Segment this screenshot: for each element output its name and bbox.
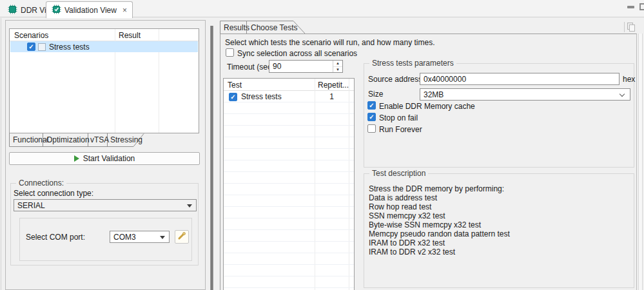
tab-functional[interactable]: Functional <box>13 135 48 144</box>
timeout-spinner[interactable]: 90 ▲ ▼ <box>269 60 343 73</box>
wand-icon <box>177 231 186 242</box>
copy-icon[interactable] <box>627 22 636 35</box>
intro-text: Select which tests the scenario will run… <box>225 38 434 47</box>
description-line: IRAM to DDR x32 test <box>369 238 630 247</box>
scenario-checkbox[interactable] <box>27 43 35 51</box>
description-line: SSN memcpy x32 test <box>369 211 630 220</box>
com-port-label: Select COM port: <box>26 233 85 242</box>
stop-on-fail-checkbox[interactable] <box>367 113 376 121</box>
scenarios-table: Scenarios Result Stress tests <box>9 28 199 133</box>
sync-selection-label: Sync selection across all scenarios <box>237 49 357 58</box>
dropdown-arrow-icon <box>187 204 192 208</box>
start-validation-label: Start Validation <box>83 154 135 163</box>
connection-type-value: SERIAL <box>17 201 45 210</box>
tab-stressing[interactable]: Stressing <box>110 135 142 144</box>
tab-label: Validation View <box>64 6 117 15</box>
tab-optimization[interactable]: Optimization <box>46 135 90 144</box>
size-value: 32MB <box>424 90 444 99</box>
source-address-input[interactable]: 0x40000000 <box>420 73 620 85</box>
scenario-secondary-checkbox[interactable] <box>38 43 46 51</box>
com-port-dropdown[interactable]: COM3 <box>110 231 170 243</box>
scenarios-table-header: Scenarios Result <box>10 29 199 41</box>
tab-validation-view[interactable]: Validation View × <box>46 1 133 18</box>
tests-table: Test Repetit... Stress tests 1 <box>223 78 355 290</box>
test-description-text: Stress the DDR memory by performing: Dat… <box>369 184 630 256</box>
test-description-group-label: Test description <box>369 169 428 178</box>
enable-cache-checkbox[interactable] <box>367 101 376 110</box>
scenario-row-stress-tests[interactable]: Stress tests <box>10 41 198 52</box>
connections-group-label: Connections: <box>16 179 66 188</box>
minimize-icon[interactable] <box>627 6 634 8</box>
run-forever-label: Run Forever <box>379 125 422 134</box>
vertical-scrollbar[interactable] <box>638 34 643 290</box>
description-line: Byte-wise SSN memcpy x32 test <box>369 220 630 229</box>
description-line: Row hop read test <box>369 202 630 211</box>
chip-check-icon <box>52 5 61 16</box>
connection-type-dropdown[interactable]: SERIAL <box>14 199 197 211</box>
spinner-up-icon[interactable]: ▲ <box>333 61 342 67</box>
tab-choose-tests[interactable]: Choose Tests <box>251 23 298 32</box>
spinner-buttons[interactable]: ▲ ▼ <box>333 61 342 72</box>
scenario-label: Stress tests <box>49 43 90 52</box>
panel-sash[interactable] <box>210 26 213 290</box>
description-line: Data is address test <box>369 193 630 202</box>
chevron-down-icon <box>620 92 625 97</box>
test-label: Stress tests <box>241 92 282 101</box>
repetitions-column-header: Repetit... <box>318 81 349 90</box>
window-left-edge <box>1 18 1 290</box>
run-forever-checkbox[interactable] <box>367 124 376 133</box>
source-address-label: Source address <box>368 75 422 84</box>
start-validation-button[interactable]: Start Validation <box>9 152 200 165</box>
result-column-header: Result <box>119 31 141 40</box>
source-address-value: 0x40000000 <box>424 75 466 84</box>
stress-params-group-label: Stress tests parameters <box>369 59 456 68</box>
tests-table-rows: Stress tests 1 <box>224 91 354 290</box>
test-column-header: Test <box>228 81 242 90</box>
tab-vtsa[interactable]: vTSA <box>90 135 109 144</box>
maximize-icon[interactable] <box>639 3 644 10</box>
tests-table-header: Test Repetit... <box>224 79 354 91</box>
tab-results[interactable]: Results <box>224 23 249 32</box>
enable-cache-label: Enable DDR Memory cache <box>379 102 475 111</box>
close-icon[interactable]: × <box>122 6 127 15</box>
chip-icon <box>8 5 17 16</box>
description-line: Stress the DDR memory by performing: <box>369 184 630 193</box>
test-checkbox[interactable] <box>229 93 237 101</box>
scenarios-column-header: Scenarios <box>14 31 48 40</box>
sync-selection-checkbox[interactable] <box>226 48 234 57</box>
test-repetitions[interactable]: 1 <box>315 92 349 101</box>
play-icon <box>74 155 79 162</box>
spinner-down-icon[interactable]: ▼ <box>333 67 342 73</box>
toolbar-separator <box>624 22 625 32</box>
timeout-value: 90 <box>273 62 281 71</box>
dropdown-arrow-icon <box>160 236 165 239</box>
validation-view-window: { "window": { "tabs": [ { "label": "DDR … <box>0 0 644 290</box>
hex-label: hex <box>623 75 635 84</box>
size-dropdown[interactable]: 32MB <box>420 88 630 101</box>
description-line: Memcpy pseudo randon data pattern test <box>369 229 630 238</box>
description-line: IRAM to DDR v2 x32 test <box>369 247 630 256</box>
refresh-com-ports-button[interactable] <box>175 230 189 244</box>
com-port-value: COM3 <box>113 233 136 242</box>
test-row-stress-tests[interactable]: Stress tests 1 <box>224 91 354 102</box>
size-label: Size <box>368 90 383 99</box>
connection-type-label: Select connection type: <box>14 189 93 198</box>
stop-on-fail-label: Stop on fail <box>379 113 418 122</box>
